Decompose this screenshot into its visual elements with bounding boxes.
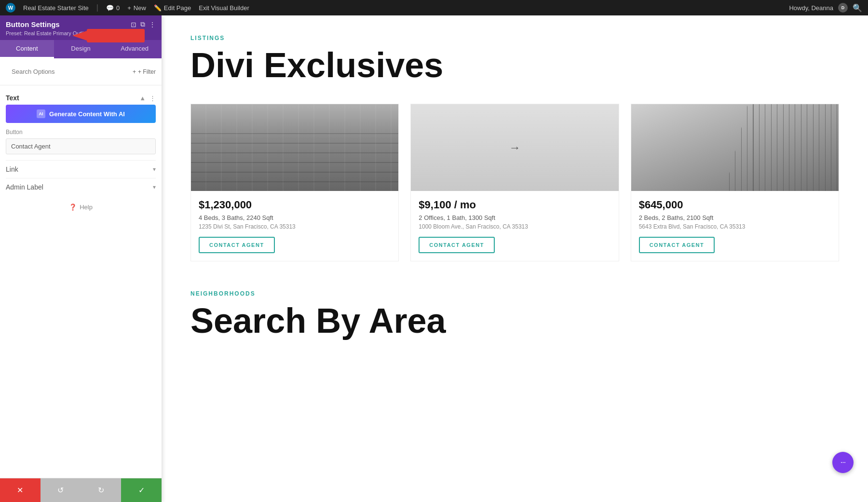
- help-row[interactable]: ❓ Help: [6, 196, 156, 216]
- listings-section-label: LISTINGS: [190, 35, 839, 41]
- plus-icon: +: [127, 4, 131, 12]
- listing-info-1: $1,230,000 4 Beds, 3 Baths, 2240 Sqft 12…: [191, 191, 398, 261]
- link-section-title: Link: [6, 165, 18, 173]
- admin-bar-comments[interactable]: 💬 0: [106, 4, 120, 12]
- edit-page-label: Edit Page: [164, 4, 191, 12]
- neighborhoods-section-label: NEIGHBORHOODS: [190, 290, 839, 297]
- button-text-input[interactable]: [6, 138, 156, 154]
- save-button[interactable]: ✓: [121, 478, 162, 502]
- listing-card-2: → $9,100 / mo 2 Offices, 1 Bath, 1300 Sq…: [410, 104, 619, 261]
- listing-details-3: 2 Beds, 2 Baths, 2100 Sqft: [639, 214, 831, 221]
- text-section-header[interactable]: Text ▲ ⋮: [6, 91, 156, 105]
- text-section-more-icon[interactable]: ⋮: [149, 95, 156, 102]
- howdy-text: Howdy, Deanna: [789, 4, 833, 12]
- main-layout: Button Settings ⊡ ⧉ ⋮ Preset: Real Estat…: [0, 15, 868, 502]
- search-options-input[interactable]: [6, 63, 129, 80]
- admin-bar: W Real Estate Starter Site | 💬 0 + New ✏…: [0, 0, 868, 15]
- admin-bar-new[interactable]: + New: [127, 4, 146, 12]
- wp-icon[interactable]: W: [6, 3, 15, 13]
- floating-action-button[interactable]: ···: [832, 452, 854, 473]
- contact-agent-button-1[interactable]: CONTACT AGENT: [199, 237, 275, 253]
- listing-price-3: $645,000: [639, 199, 831, 211]
- panel-tabs: Content Design Advanced: [0, 40, 162, 58]
- undo-icon: ↺: [57, 486, 64, 495]
- listing-info-3: $645,000 2 Beds, 2 Baths, 2100 Sqft 5643…: [631, 191, 839, 261]
- arrow-icon: →: [509, 141, 520, 154]
- listing-address-3: 5643 Extra Blvd, San Fracisco, CA 35313: [639, 223, 831, 230]
- contact-agent-button-2[interactable]: CONTACT AGENT: [419, 237, 495, 253]
- listing-details-1: 4 Beds, 3 Baths, 2240 Sqft: [199, 214, 391, 221]
- more-icon[interactable]: ⋮: [149, 21, 156, 28]
- panel-header: Button Settings ⊡ ⧉ ⋮ Preset: Real Estat…: [0, 15, 162, 40]
- text-section-icons: ▲ ⋮: [139, 95, 156, 102]
- copy-icon[interactable]: ⧉: [140, 20, 145, 28]
- text-section-title: Text: [6, 94, 19, 102]
- button-subsection-label: Button: [6, 129, 156, 136]
- admin-bar-edit-page[interactable]: ✏️ Edit Page: [154, 4, 191, 12]
- neighborhoods-section: NEIGHBORHOODS Search By Area: [190, 290, 839, 340]
- listing-card: $1,230,000 4 Beds, 3 Baths, 2240 Sqft 12…: [190, 104, 399, 261]
- tab-content[interactable]: Content: [0, 40, 54, 58]
- save-icon: ✓: [138, 486, 145, 495]
- ai-generate-button[interactable]: AI Generate Content With AI: [6, 105, 156, 123]
- listing-address-2: 1000 Bloom Ave., San Fracisco, CA 35313: [419, 223, 610, 230]
- listing-details-2: 2 Offices, 1 Bath, 1300 Sqft: [419, 214, 610, 221]
- separator-1: |: [96, 3, 98, 12]
- main-page-title: Divi Exclusives: [190, 46, 839, 84]
- contact-agent-button-3[interactable]: CONTACT AGENT: [639, 237, 715, 253]
- redo-icon: ↻: [98, 486, 104, 495]
- preset-chevron-icon: ▾: [106, 31, 108, 36]
- ai-generate-label: Generate Content With AI: [49, 110, 125, 118]
- bottom-toolbar: ✕ ↺ ↻ ✓: [0, 478, 162, 502]
- listings-grid: $1,230,000 4 Beds, 3 Baths, 2240 Sqft 12…: [190, 104, 839, 261]
- pencil-icon: ✏️: [154, 4, 162, 12]
- tab-design[interactable]: Design: [54, 40, 108, 58]
- admin-bar-site-name[interactable]: Real Estate Starter Site: [23, 4, 89, 12]
- admin-label-section-title: Admin Label: [6, 183, 43, 191]
- text-section: Text ▲ ⋮ AI Generate Content With AI But…: [6, 91, 156, 160]
- listing-image-3: [631, 104, 839, 191]
- filter-label: + Filter: [138, 68, 156, 75]
- help-label: Help: [80, 204, 93, 211]
- user-avatar[interactable]: D: [838, 3, 848, 13]
- floating-btn-icon: ···: [841, 458, 845, 467]
- neighborhoods-title: Search By Area: [190, 302, 839, 340]
- admin-search-icon[interactable]: 🔍: [853, 3, 862, 13]
- comments-count: 0: [116, 4, 120, 12]
- link-section[interactable]: Link ▾: [6, 160, 156, 178]
- redo-button[interactable]: ↻: [81, 478, 122, 502]
- collapse-icon[interactable]: ▲: [139, 95, 146, 102]
- listing-card-3: $645,000 2 Beds, 2 Baths, 2100 Sqft 5643…: [631, 104, 839, 261]
- listing-info-2: $9,100 / mo 2 Offices, 1 Bath, 1300 Sqft…: [411, 191, 618, 261]
- close-icon: ✕: [17, 486, 23, 495]
- listing-image-2: →: [411, 104, 618, 191]
- new-label: New: [134, 4, 146, 12]
- ai-icon: AI: [37, 109, 45, 118]
- panel-header-icons: ⊡ ⧉ ⋮: [131, 20, 156, 28]
- site-name-label: Real Estate Starter Site: [23, 4, 89, 12]
- filter-button[interactable]: + + Filter: [133, 68, 156, 75]
- panel-title-row: Button Settings ⊡ ⧉ ⋮: [6, 20, 156, 28]
- help-circle-icon: ❓: [69, 204, 77, 211]
- filter-icon: +: [133, 68, 136, 75]
- panel-title: Button Settings: [6, 20, 60, 28]
- admin-label-section[interactable]: Admin Label ▾: [6, 178, 156, 196]
- exit-builder-label: Exit Visual Builder: [199, 4, 249, 12]
- panel-preset[interactable]: Preset: Real Estate Primary Outline Smal…: [6, 30, 156, 36]
- tab-advanced[interactable]: Advanced: [108, 40, 162, 58]
- close-button[interactable]: ✕: [0, 478, 41, 502]
- listing-address-1: 1235 Divi St, San Fracisco, CA 35313: [199, 223, 391, 230]
- preset-label: Preset: Real Estate Primary Outline Smal…: [6, 30, 104, 36]
- responsive-icon[interactable]: ⊡: [131, 21, 136, 28]
- listing-image-1: [191, 104, 398, 191]
- button-subsection: Button: [6, 129, 156, 160]
- listings-section: LISTINGS Divi Exclusives $1,230,000 4 Be…: [190, 35, 839, 261]
- panel-content: Text ▲ ⋮ AI Generate Content With AI But…: [0, 85, 162, 478]
- link-chevron-icon: ▾: [153, 166, 156, 173]
- admin-bar-right: Howdy, Deanna D 🔍: [789, 3, 862, 13]
- admin-bar-exit-builder[interactable]: Exit Visual Builder: [199, 4, 249, 12]
- comment-icon: 💬: [106, 4, 114, 12]
- admin-label-chevron-icon: ▾: [153, 184, 156, 190]
- undo-button[interactable]: ↺: [41, 478, 81, 502]
- content-area: LISTINGS Divi Exclusives $1,230,000 4 Be…: [162, 15, 868, 502]
